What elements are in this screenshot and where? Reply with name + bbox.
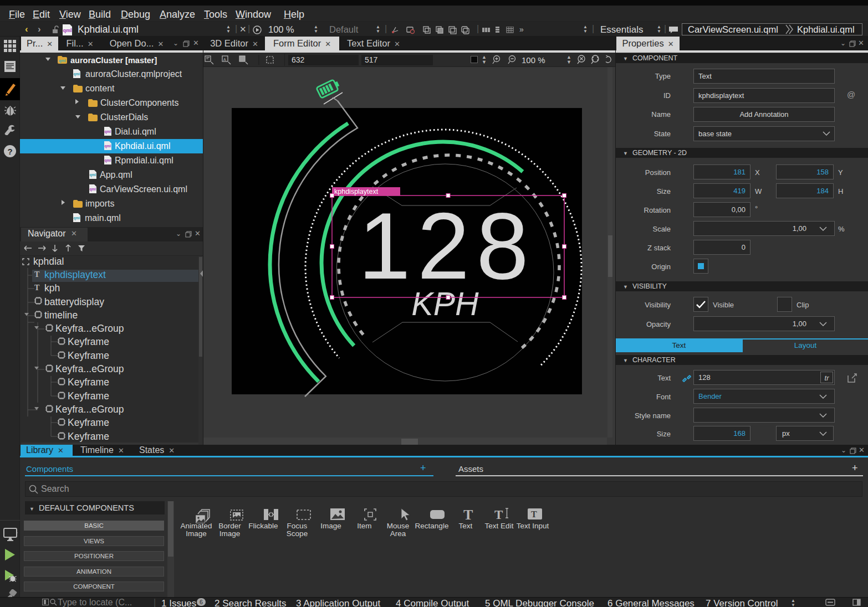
svg-text:Flickable: Flickable [248, 522, 278, 530]
svg-text:A: A [223, 58, 226, 61]
svg-text:timeline: timeline [44, 310, 78, 321]
svg-text:Animated: Animated [180, 522, 212, 530]
svg-text:T: T [463, 507, 473, 523]
svg-text:Border: Border [218, 522, 241, 530]
svg-text:Text Edit: Text Edit [485, 522, 514, 530]
svg-text:ClusterComponents: ClusterComponents [100, 98, 178, 107]
svg-text:Item: Item [357, 522, 371, 530]
svg-text:Scope: Scope [287, 529, 308, 538]
svg-text:Keyfra...eGroup: Keyfra...eGroup [55, 363, 124, 374]
svg-text:qml: qml [59, 59, 66, 63]
svg-text:T: T [531, 510, 537, 519]
svg-text:Keyframe: Keyframe [68, 417, 109, 428]
svg-text:CarViewScreen.ui.qml: CarViewScreen.ui.qml [100, 184, 187, 194]
svg-text:Keyframe: Keyframe [68, 431, 109, 442]
svg-text:Keyframe: Keyframe [68, 350, 109, 361]
svg-text:Text Input: Text Input [517, 522, 549, 530]
svg-text:?: ? [8, 147, 13, 156]
svg-text:ClusterDials: ClusterDials [100, 112, 148, 122]
svg-text:Image: Image [219, 529, 241, 538]
svg-text:batterydisplay: batterydisplay [44, 296, 104, 307]
svg-text:Image: Image [320, 522, 341, 530]
svg-text:Focus: Focus [287, 522, 308, 530]
svg-text:Keyframe: Keyframe [68, 336, 109, 347]
svg-text:Text: Text [459, 522, 473, 530]
svg-text:kphdial: kphdial [33, 256, 64, 267]
svg-text:App.qml: App.qml [100, 170, 132, 179]
svg-text:qml: qml [63, 28, 72, 33]
svg-text:kphdisplaytext: kphdisplaytext [334, 188, 379, 196]
svg-text:KPH: KPH [411, 286, 479, 322]
svg-text:Image: Image [186, 529, 207, 538]
svg-text:Keyfra...eGroup: Keyfra...eGroup [55, 404, 124, 415]
svg-text:auroraCluster.qmlproject: auroraCluster.qmlproject [85, 69, 182, 79]
svg-text:Mouse: Mouse [387, 522, 410, 530]
svg-text:Keyfra...eGroup: Keyfra...eGroup [55, 323, 124, 334]
svg-text:Dial.ui.qml: Dial.ui.qml [115, 127, 156, 136]
svg-text:main.qml: main.qml [85, 213, 121, 223]
svg-text:Rpmdial.ui.qml: Rpmdial.ui.qml [115, 156, 173, 165]
svg-text:Keyframe: Keyframe [68, 390, 109, 402]
svg-text:128: 128 [358, 193, 535, 299]
svg-text:T: T [494, 508, 503, 522]
svg-text:auroraCluster [master]: auroraCluster [master] [70, 56, 157, 65]
svg-text:Rectangle: Rectangle [415, 522, 449, 530]
svg-text:kph: kph [44, 282, 60, 294]
svg-text:Area: Area [390, 529, 406, 538]
svg-text:Keyframe: Keyframe [68, 377, 109, 388]
svg-text:content: content [85, 84, 115, 93]
svg-text:Kphdial.ui.qml: Kphdial.ui.qml [115, 141, 171, 151]
svg-text:kphdisplaytext: kphdisplaytext [44, 269, 106, 280]
svg-text:imports: imports [85, 199, 114, 208]
